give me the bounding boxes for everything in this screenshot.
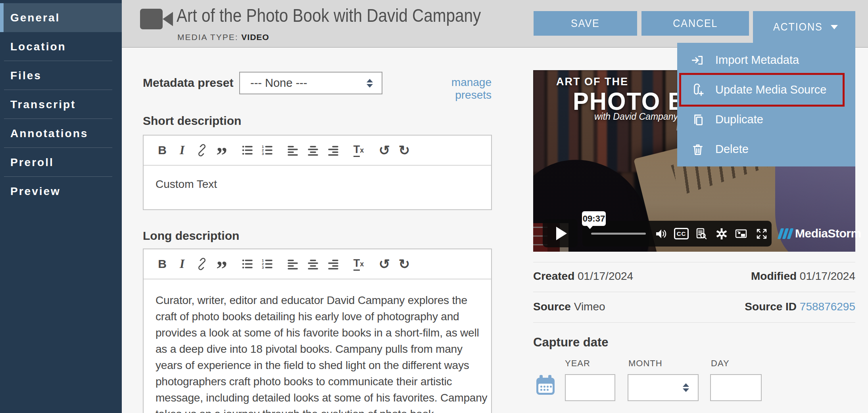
sidebar-item-label: Preview [10,185,61,198]
day-input[interactable] [710,374,762,401]
align-left-icon[interactable] [286,142,300,158]
sidebar-item-transcript[interactable]: Transcript [0,90,122,119]
created-value: 01/17/2024 [578,270,633,282]
align-left-icon[interactable] [286,256,300,272]
source-id-field: Source ID 758876295 [745,300,855,313]
sidebar-item-preroll[interactable]: Preroll [0,148,122,177]
menu-item-label: Delete [715,143,749,156]
calendar-icon[interactable] [536,375,555,395]
media-type-value: VIDEO [241,33,269,42]
undo-icon[interactable]: ↺ [377,142,392,158]
picture-in-picture-icon[interactable] [732,226,752,242]
sidebar-item-label: General [10,11,60,24]
timestamp-tooltip: 09:37 [582,211,606,226]
page-title: Art of the Photo Book with David Campany [177,5,481,26]
save-button-label: SAVE [571,17,600,30]
svg-text:3: 3 [262,152,264,156]
italic-icon[interactable]: I [175,256,189,272]
undo-icon[interactable]: ↺ [377,256,392,272]
cc-label: CC [674,228,689,239]
sidebar-item-general[interactable]: General [0,3,122,32]
svg-text:3: 3 [262,266,264,270]
select-spinner-icon [367,79,373,88]
media-type-line: MEDIA TYPE: VIDEO [177,33,269,42]
chevron-down-icon [831,25,838,29]
redo-icon[interactable]: ↻ [397,256,411,272]
source-id-label: Source ID [745,300,797,313]
mediastorm-watermark: MediaStorm [779,227,861,240]
menu-item-import-metadata[interactable]: Import Metadata [677,46,855,74]
mediastorm-logo-icon [779,228,792,239]
ordered-list-icon[interactable]: 123 [260,256,275,272]
sidebar: General Location Files Transcript Annota… [0,0,122,413]
blockquote-icon[interactable]: ” [215,137,229,163]
trash-icon [690,141,706,157]
align-center-icon[interactable] [306,256,320,272]
long-description-input[interactable]: Curator, writer, editor and educator Dav… [144,279,491,413]
cancel-button-label: CANCEL [673,17,718,30]
blockquote-icon[interactable]: ” [215,251,229,277]
source-field: Source Vimeo [533,300,605,313]
sidebar-item-label: Transcript [10,98,76,111]
divider [533,262,855,262]
fullscreen-icon[interactable] [751,226,772,242]
overlay-title-line1: ART OF THE [556,76,628,88]
month-select[interactable] [628,374,699,401]
menu-item-duplicate[interactable]: Duplicate [677,106,855,134]
align-right-icon[interactable] [326,142,340,158]
sidebar-item-label: Annotations [10,127,88,140]
progress-bar[interactable] [591,233,646,235]
align-right-icon[interactable] [326,256,340,272]
select-spinner-icon [683,383,689,392]
clear-formatting-icon[interactable]: Tx [351,142,366,158]
media-type-label: MEDIA TYPE: [177,33,238,42]
year-input[interactable] [565,374,615,401]
overlay-subtitle: with David Campany [594,111,678,122]
bold-icon[interactable]: B [155,256,169,272]
source-label: Source [533,300,571,313]
manage-presets-link[interactable]: manage presets [424,76,492,101]
mediastorm-logo-text: MediaStorm [795,227,861,240]
divider [533,322,855,323]
capture-date-heading: Capture date [533,335,608,350]
italic-icon[interactable]: I [175,142,189,158]
closed-captions-icon[interactable]: CC [671,226,691,242]
transcript-search-icon[interactable] [691,226,712,242]
sidebar-item-location[interactable]: Location [0,32,122,61]
ordered-list-icon[interactable]: 123 [260,142,275,158]
created-label: Created [533,270,574,282]
volume-icon[interactable] [651,226,672,242]
cancel-button[interactable]: CANCEL [641,11,749,36]
sidebar-item-annotations[interactable]: Annotations [0,119,122,148]
rich-text-toolbar: B I ” 123 Tx ↺ ↻ [144,136,491,166]
settings-gear-icon[interactable] [711,226,732,242]
save-button[interactable]: SAVE [534,11,637,36]
align-center-icon[interactable] [306,142,320,158]
long-description-editor: B I ” 123 Tx ↺ ↻ Curator, writer, editor… [143,249,492,413]
bold-icon[interactable]: B [155,142,169,158]
source-id-link[interactable]: 758876295 [800,300,855,313]
import-icon [690,52,706,68]
sidebar-item-preview[interactable]: Preview [0,177,122,206]
created-field: Created 01/17/2024 [533,270,633,283]
menu-item-delete[interactable]: Delete [677,136,855,163]
actions-dropdown-button[interactable]: ACTIONS [753,11,855,43]
metadata-preset-value: --- None --- [250,76,307,90]
short-description-editor: B I ” 123 Tx ↺ ↻ Custom Text [143,135,492,210]
video-camera-icon [140,9,163,29]
short-description-input[interactable]: Custom Text [144,166,491,203]
menu-item-update-media-source[interactable]: Update Media Source [677,76,855,104]
unordered-list-icon[interactable] [240,142,255,158]
redo-icon[interactable]: ↻ [397,142,411,158]
clear-formatting-icon[interactable]: Tx [351,256,366,272]
play-button[interactable] [543,219,578,247]
link-icon[interactable] [195,142,209,158]
link-icon[interactable] [195,256,209,272]
unordered-list-icon[interactable] [240,256,255,272]
menu-item-label: Import Metadata [715,54,799,67]
month-label: MONTH [628,358,663,369]
metadata-preset-select[interactable]: --- None --- [239,72,382,94]
actions-button-label: ACTIONS [773,21,823,33]
sidebar-item-files[interactable]: Files [0,61,122,90]
rich-text-toolbar: B I ” 123 Tx ↺ ↻ [144,249,491,279]
